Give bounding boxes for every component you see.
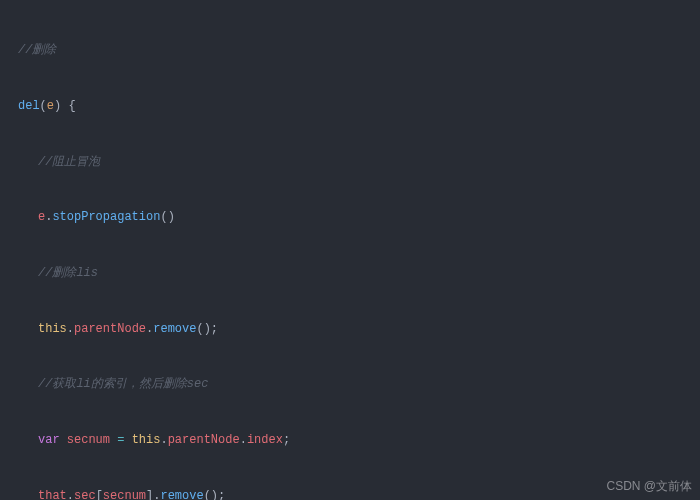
comment: //删除lis [18,264,700,283]
code-line: del(e) { [18,97,700,116]
code-line: e.stopPropagation() [18,208,700,227]
comment: //阻止冒泡 [18,153,700,172]
code-line: var secnum = this.parentNode.index; [18,431,700,450]
function-name: del [18,99,40,113]
comment: //获取li的索引，然后删除sec [18,375,700,394]
code-editor[interactable]: //删除 del(e) { //阻止冒泡 e.stopPropagation()… [0,0,700,500]
code-line: this.parentNode.remove(); [18,320,700,339]
watermark: CSDN @文前体 [606,477,692,496]
comment: //删除 [18,41,700,60]
code-line: that.sec[secnum].remove(); [18,487,700,500]
param: e [47,99,54,113]
